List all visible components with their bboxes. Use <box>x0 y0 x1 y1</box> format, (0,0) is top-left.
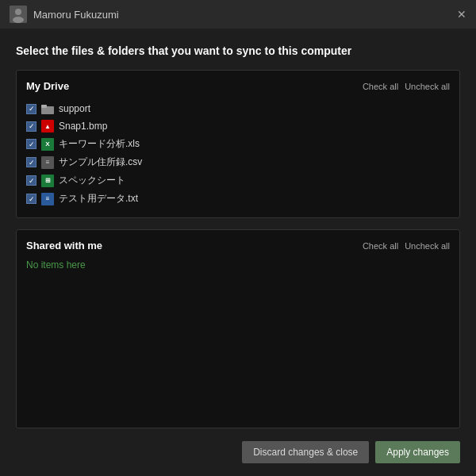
avatar <box>10 6 27 23</box>
no-items-text: No items here <box>26 259 450 271</box>
shared-check-links: Check all Uncheck all <box>363 241 450 251</box>
file-name: support <box>59 103 90 114</box>
discard-changes-button[interactable]: Discard changes & close <box>242 441 369 463</box>
image-icon: ▲ <box>41 120 54 132</box>
folder-icon <box>41 102 54 115</box>
shared-uncheck-all[interactable]: Uncheck all <box>405 241 450 251</box>
list-item: ≡ サンプル住所録.csv <box>26 153 450 171</box>
dialog-title: Select the files & folders that you want… <box>16 44 460 57</box>
my-drive-check-links: Check all Uncheck all <box>363 82 450 91</box>
titlebar-close-button[interactable]: ✕ <box>457 8 466 21</box>
file-checkbox[interactable] <box>26 194 36 204</box>
dialog: Select the files & folders that you want… <box>0 29 476 476</box>
file-checkbox[interactable] <box>26 104 36 114</box>
excel-icon: X <box>41 138 54 151</box>
shared-header: Shared with me Check all Uncheck all <box>26 240 450 251</box>
titlebar-username: Mamoru Fukuzumi <box>33 9 119 21</box>
my-drive-uncheck-all[interactable]: Uncheck all <box>405 82 450 91</box>
dialog-footer: Discard changes & close Apply changes <box>16 440 460 463</box>
svg-point-2 <box>13 17 24 23</box>
file-checkbox[interactable] <box>26 139 36 149</box>
file-name: Snap1.bmp <box>59 121 107 132</box>
my-drive-check-all[interactable]: Check all <box>363 82 398 91</box>
list-item: ▲ Snap1.bmp <box>26 117 450 135</box>
my-drive-title: My Drive <box>26 80 69 92</box>
titlebar-left: Mamoru Fukuzumi <box>10 6 119 23</box>
csv-icon: ≡ <box>41 156 54 169</box>
my-drive-file-list[interactable]: support ▲ Snap1.bmp X キーワード分析.xls ≡ サンプル… <box>26 100 450 208</box>
file-name: サンプル住所録.csv <box>59 155 142 169</box>
titlebar: Mamoru Fukuzumi ✕ <box>0 0 476 29</box>
shared-title: Shared with me <box>26 240 102 251</box>
file-name: テスト用データ.txt <box>59 192 138 205</box>
file-checkbox[interactable] <box>26 175 36 186</box>
file-checkbox[interactable] <box>26 157 36 167</box>
shared-section: Shared with me Check all Uncheck all No … <box>16 229 460 428</box>
doc-icon: ≡ <box>41 193 54 205</box>
shared-check-all[interactable]: Check all <box>363 241 398 251</box>
svg-rect-4 <box>41 105 47 108</box>
sheets-icon: ⊞ <box>41 175 54 187</box>
file-name: キーワード分析.xls <box>59 137 140 151</box>
svg-point-1 <box>15 9 21 15</box>
list-item: ⊞ スペックシート <box>26 171 450 190</box>
file-name: スペックシート <box>59 174 125 187</box>
my-drive-header: My Drive Check all Uncheck all <box>26 80 450 92</box>
list-item: ≡ テスト用データ.txt <box>26 190 450 208</box>
my-drive-section: My Drive Check all Uncheck all support <box>16 70 460 218</box>
apply-changes-button[interactable]: Apply changes <box>375 441 460 463</box>
list-item: X キーワード分析.xls <box>26 135 450 153</box>
file-checkbox[interactable] <box>26 121 36 132</box>
list-item: support <box>26 100 450 117</box>
